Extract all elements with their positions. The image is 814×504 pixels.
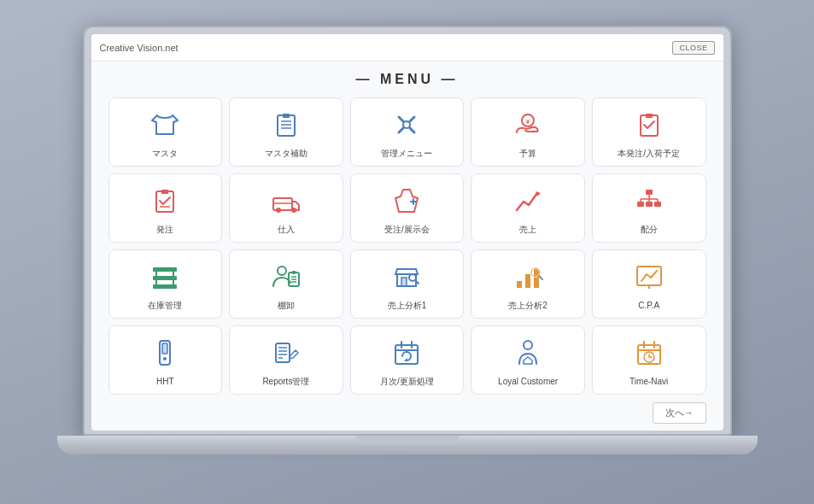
menu-grid: マスタマスタ補助管理メニュー¥予算本発注/入荷予定発注仕入受注/展示会売上配分在… xyxy=(108,97,706,395)
content-area: — MENU — マスタマスタ補助管理メニュー¥予算本発注/入荷予定発注仕入受注… xyxy=(91,62,723,399)
menu-item-hht[interactable]: HHT xyxy=(108,325,223,395)
app-title: Creative Vision.net xyxy=(100,43,179,53)
menu-item-sales-analysis1[interactable]: 売上分析1 xyxy=(350,249,465,319)
inventory-label: 在庫管理 xyxy=(148,300,182,311)
master-label: マスタ xyxy=(152,148,178,159)
master-assist-label: マスタ補助 xyxy=(265,148,307,159)
budget-icon: ¥ xyxy=(510,107,546,143)
menu-item-stocktake[interactable]: 棚卸 xyxy=(229,249,343,319)
svg-rect-50 xyxy=(534,269,539,288)
admin-menu-label: 管理メニュー xyxy=(381,148,432,159)
sales-analysis2-icon xyxy=(510,259,546,295)
app-window: Creative Vision.net CLOSE — MENU — マスタマス… xyxy=(91,34,723,431)
report-icon xyxy=(268,335,304,371)
svg-rect-61 xyxy=(276,343,290,362)
menu-item-main-order[interactable]: 本発注/入荷予定 xyxy=(592,97,706,167)
master-assist-icon xyxy=(268,107,304,143)
menu-title: — MENU — xyxy=(108,72,706,87)
svg-rect-23 xyxy=(646,190,653,195)
svg-rect-44 xyxy=(401,278,407,286)
next-button[interactable]: 次へ→ xyxy=(653,402,706,424)
svg-point-60 xyxy=(163,357,167,360)
svg-point-16 xyxy=(276,208,281,213)
purchase-icon xyxy=(268,183,304,219)
inventory-icon xyxy=(147,259,183,295)
stocktake-icon xyxy=(268,259,304,295)
menu-item-admin-menu[interactable]: 管理メニュー xyxy=(350,97,465,167)
sales-analysis2-label: 売上分析2 xyxy=(508,300,548,311)
sales-analysis1-icon xyxy=(389,259,425,295)
sales-analysis1-label: 売上分析1 xyxy=(388,300,427,311)
monthly-icon xyxy=(389,335,425,371)
svg-rect-31 xyxy=(654,202,661,207)
svg-rect-14 xyxy=(161,190,168,194)
loyal-customer-icon xyxy=(510,335,546,371)
svg-point-37 xyxy=(278,267,286,275)
reception-label: 受注/展示会 xyxy=(384,224,430,235)
sales-icon xyxy=(510,183,546,219)
time-navi-icon xyxy=(631,335,667,371)
order-label: 発注 xyxy=(156,224,173,235)
close-button[interactable]: CLOSE xyxy=(672,41,714,55)
budget-label: 予算 xyxy=(519,148,536,159)
menu-item-master-assist[interactable]: マスタ補助 xyxy=(229,97,343,167)
distribution-icon xyxy=(631,183,667,219)
svg-text:¥: ¥ xyxy=(526,118,530,126)
footer-bar: 次へ→ xyxy=(91,399,723,431)
main-order-icon xyxy=(631,107,667,143)
monthly-label: 月次/更新処理 xyxy=(380,376,434,387)
svg-rect-49 xyxy=(525,274,530,288)
time-navi-label: Time-Navi xyxy=(630,376,668,387)
menu-item-order[interactable]: 発注 xyxy=(108,173,223,243)
laptop-wrapper: Creative Vision.net CLOSE — MENU — マスタマス… xyxy=(57,26,758,478)
stocktake-label: 棚卸 xyxy=(278,300,295,311)
sales-label: 売上 xyxy=(519,224,536,235)
svg-point-70 xyxy=(524,341,532,349)
svg-rect-11 xyxy=(646,114,653,118)
svg-rect-15 xyxy=(273,198,292,210)
hht-label: HHT xyxy=(156,376,174,387)
menu-item-sales-analysis2[interactable]: 売上分析2 xyxy=(471,249,585,319)
admin-menu-icon xyxy=(389,107,425,143)
svg-point-17 xyxy=(291,208,296,213)
menu-item-sales[interactable]: 売上 xyxy=(471,173,585,243)
laptop-screen-inner: Creative Vision.net CLOSE — MENU — マスタマス… xyxy=(91,34,723,431)
loyal-customer-label: Loyal Customer xyxy=(498,376,558,387)
menu-item-master[interactable]: マスタ xyxy=(108,97,223,167)
laptop-base xyxy=(57,436,758,454)
reception-icon xyxy=(389,183,425,219)
main-order-label: 本発注/入荷予定 xyxy=(618,148,680,159)
menu-item-report[interactable]: Reports管理 xyxy=(229,325,343,395)
menu-item-reception[interactable]: 受注/展示会 xyxy=(350,173,465,243)
cpa-label: C.P.A xyxy=(638,300,659,311)
svg-rect-42 xyxy=(292,271,296,274)
menu-item-time-navi[interactable]: Time-Navi xyxy=(592,325,706,395)
title-bar: Creative Vision.net CLOSE xyxy=(91,34,723,62)
svg-rect-58 xyxy=(162,343,167,354)
menu-item-loyal-customer[interactable]: Loyal Customer xyxy=(471,325,585,395)
menu-item-monthly[interactable]: 月次/更新処理 xyxy=(350,325,465,395)
menu-item-purchase[interactable]: 仕入 xyxy=(229,173,343,243)
svg-point-7 xyxy=(403,121,410,128)
order-icon xyxy=(147,183,183,219)
master-icon xyxy=(147,107,183,143)
svg-rect-48 xyxy=(517,281,522,288)
menu-item-budget[interactable]: ¥予算 xyxy=(471,97,585,167)
cpa-icon xyxy=(631,259,667,295)
menu-item-cpa[interactable]: C.P.A xyxy=(592,249,706,319)
menu-item-distribution[interactable]: 配分 xyxy=(592,173,706,243)
svg-rect-30 xyxy=(646,202,653,207)
hht-icon xyxy=(147,335,183,371)
purchase-label: 仕入 xyxy=(278,224,295,235)
laptop-screen-outer: Creative Vision.net CLOSE — MENU — マスタマス… xyxy=(83,26,732,436)
svg-rect-4 xyxy=(283,114,290,118)
svg-line-53 xyxy=(539,276,542,279)
distribution-label: 配分 xyxy=(641,224,658,235)
menu-item-inventory[interactable]: 在庫管理 xyxy=(108,249,223,319)
svg-rect-29 xyxy=(637,202,644,207)
svg-rect-0 xyxy=(278,115,295,136)
report-label: Reports管理 xyxy=(262,376,309,387)
